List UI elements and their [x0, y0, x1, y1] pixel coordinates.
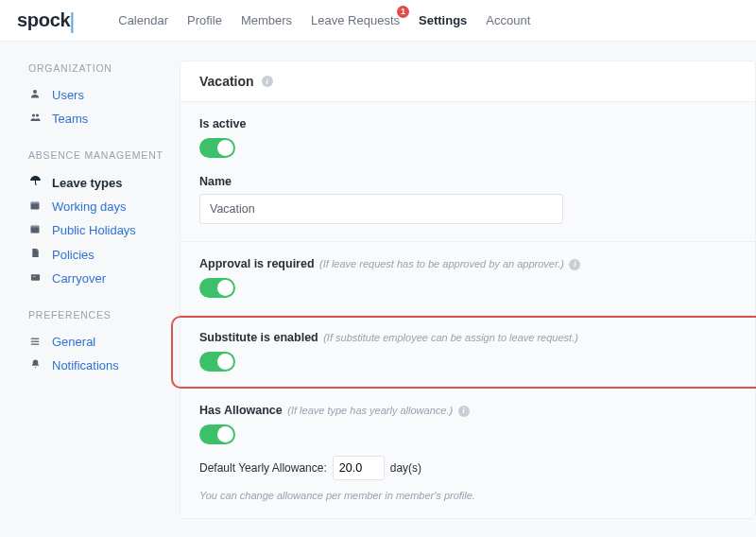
- logo-text: spock: [17, 9, 70, 31]
- svg-rect-6: [31, 226, 40, 228]
- substitute-label: Substitute is enabled (If substitute emp…: [199, 331, 736, 344]
- document-icon: [28, 247, 42, 262]
- main-content: Vacation i Is active Name Approval is re…: [180, 42, 756, 537]
- block-allowance: Has Allowance (If leave type has yearly …: [180, 389, 755, 518]
- sidebar-section-absence: ABSENCE MANAGEMENT: [28, 149, 180, 161]
- name-input[interactable]: [199, 194, 563, 224]
- default-allowance-unit: day(s): [390, 461, 421, 475]
- substitute-hint: (If substitute employee can be assign to…: [323, 332, 578, 343]
- svg-point-1: [31, 113, 34, 116]
- sidebar-item-label: Carryover: [52, 271, 106, 286]
- nav-calendar[interactable]: Calendar: [118, 13, 168, 27]
- allowance-label: Has Allowance (If leave type has yearly …: [199, 404, 736, 417]
- sidebar-item-policies[interactable]: Policies: [28, 242, 180, 267]
- sidebar-section-preferences: PREFERENCES: [28, 309, 180, 320]
- sidebar-item-label: Notifications: [52, 358, 119, 372]
- sidebar-item-label: Leave types: [52, 176, 122, 190]
- default-allowance-input[interactable]: [333, 456, 385, 480]
- bell-icon: [28, 358, 42, 372]
- sidebar-item-label: General: [52, 335, 95, 349]
- default-allowance-row: Default Yearly Allowance: day(s): [199, 456, 736, 480]
- settings-card: Vacation i Is active Name Approval is re…: [180, 61, 756, 519]
- allowance-label-text: Has Allowance: [199, 404, 283, 417]
- sidebar-item-teams[interactable]: Teams: [28, 107, 180, 130]
- is-active-label: Is active: [199, 117, 736, 130]
- card-body: Is active Name Approval is required (If …: [180, 102, 755, 518]
- sidebar-item-label: Teams: [52, 112, 88, 126]
- sidebar-item-label: Users: [52, 88, 84, 102]
- svg-rect-7: [30, 274, 39, 280]
- name-label: Name: [199, 175, 736, 188]
- allowance-note: You can change allowance per member in m…: [199, 490, 736, 501]
- leave-requests-badge: 1: [397, 6, 409, 18]
- users-icon: [28, 112, 42, 126]
- svg-point-0: [33, 90, 37, 94]
- block-approval: Approval is required (If leave request h…: [180, 242, 755, 316]
- logo: spock|: [17, 8, 75, 34]
- sidebar-item-label: Working days: [52, 199, 127, 214]
- approval-hint: (If leave request has to be approved by …: [319, 258, 564, 269]
- default-allowance-label: Default Yearly Allowance:: [199, 461, 327, 475]
- calendar-icon: [28, 199, 42, 214]
- approval-label: Approval is required (If leave request h…: [199, 257, 736, 270]
- sidebar-section-organization: ORGANIZATION: [28, 62, 180, 74]
- umbrella-icon: [28, 175, 42, 190]
- nav-members[interactable]: Members: [241, 13, 292, 27]
- card-header: Vacation i: [180, 61, 755, 102]
- sidebar-item-label: Public Holidays: [52, 223, 136, 237]
- nav-settings[interactable]: Settings: [419, 13, 467, 27]
- page: ORGANIZATION Users Teams ABSENCE MANAGEM…: [0, 42, 756, 537]
- allowance-toggle[interactable]: [199, 424, 235, 444]
- block-substitute: Substitute is enabled (If substitute emp…: [171, 316, 756, 389]
- allowance-hint: (If leave type has yearly allowance.): [287, 405, 453, 416]
- card-icon: [28, 272, 42, 286]
- list-icon: [28, 336, 42, 349]
- is-active-toggle[interactable]: [199, 138, 235, 158]
- page-title: Vacation: [199, 74, 254, 89]
- sidebar-item-working-days[interactable]: Working days: [28, 195, 180, 218]
- sidebar-item-notifications[interactable]: Notifications: [28, 354, 180, 377]
- substitute-toggle[interactable]: [199, 352, 235, 372]
- approval-toggle[interactable]: [199, 278, 235, 298]
- svg-rect-8: [32, 276, 36, 277]
- calendar-icon: [28, 223, 42, 237]
- sidebar-item-label: Policies: [52, 248, 94, 262]
- topbar: spock| Calendar Profile Members Leave Re…: [0, 0, 756, 42]
- info-icon[interactable]: i: [458, 406, 470, 417]
- sidebar: ORGANIZATION Users Teams ABSENCE MANAGEM…: [0, 42, 180, 537]
- user-icon: [28, 88, 42, 102]
- logo-cursor: |: [69, 8, 75, 34]
- approval-label-text: Approval is required: [199, 257, 315, 270]
- sidebar-item-carryover[interactable]: Carryover: [28, 267, 180, 290]
- sidebar-item-public-holidays[interactable]: Public Holidays: [28, 218, 180, 242]
- sidebar-item-leave-types[interactable]: Leave types: [28, 170, 180, 195]
- info-icon[interactable]: i: [262, 76, 273, 87]
- nav-account[interactable]: Account: [486, 13, 530, 27]
- info-icon[interactable]: i: [569, 259, 580, 270]
- svg-rect-9: [31, 338, 39, 338]
- sidebar-item-users[interactable]: Users: [28, 83, 180, 107]
- substitute-label-text: Substitute is enabled: [199, 331, 318, 344]
- svg-point-2: [35, 113, 38, 116]
- sidebar-item-general[interactable]: General: [28, 330, 180, 354]
- top-nav: Calendar Profile Members Leave Requests …: [118, 13, 530, 27]
- nav-leave-requests-label: Leave Requests: [311, 13, 400, 27]
- block-active-name: Is active Name: [180, 102, 755, 242]
- svg-rect-11: [31, 343, 39, 344]
- svg-rect-10: [31, 340, 39, 341]
- nav-profile[interactable]: Profile: [187, 13, 222, 27]
- svg-rect-4: [31, 202, 40, 204]
- nav-leave-requests[interactable]: Leave Requests 1: [311, 13, 400, 27]
